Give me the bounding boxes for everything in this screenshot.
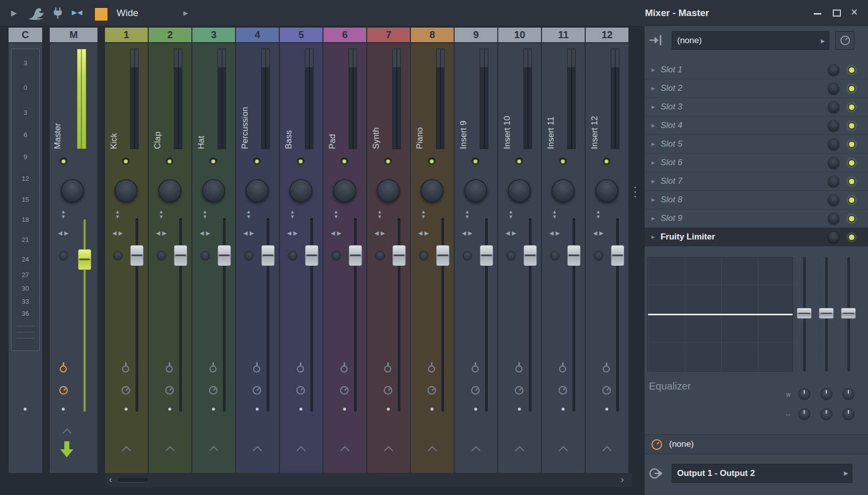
pan-knob[interactable]: [289, 179, 312, 202]
leftright-arrows-icon[interactable]: ◀▶: [196, 230, 214, 236]
updown-arrows-icon[interactable]: ▲▼: [199, 209, 211, 219]
channel-led[interactable]: [428, 158, 436, 165]
channel-name[interactable]: Bass: [284, 52, 294, 149]
plug-icon[interactable]: [472, 365, 479, 373]
channel-strip-6[interactable]: 6 Pad ▲▼ ◀▶: [323, 28, 367, 473]
channel-strip-12[interactable]: 12 Insert 12 ▲▼ ◀▶: [586, 28, 629, 473]
master-channel-strip[interactable]: M Master ▲▼ ◀▶: [50, 28, 97, 473]
channel-led[interactable]: [515, 158, 523, 165]
fader-handle[interactable]: [174, 245, 187, 266]
slot-mix-knob[interactable]: [828, 64, 839, 76]
select-dot[interactable]: [256, 408, 259, 411]
fx-slot-2[interactable]: ▶ Slot 2: [644, 79, 868, 98]
fold-chevron-icon[interactable]: [122, 446, 131, 455]
channel-strip-3[interactable]: 3 Hat ▲▼ ◀▶: [192, 28, 236, 473]
eq-freq-knob-low[interactable]: [798, 388, 810, 400]
leftright-arrows-icon[interactable]: ◀▶: [502, 230, 520, 236]
scale-column-header[interactable]: C: [9, 28, 42, 43]
close-button[interactable]: ×: [851, 6, 857, 19]
channel-strip-11[interactable]: 11 Insert 11 ▲▼ ◀▶: [542, 28, 586, 473]
slot-mix-knob[interactable]: [828, 176, 839, 187]
slot-enable-led[interactable]: [848, 233, 855, 241]
channel-led[interactable]: [209, 158, 217, 165]
scrollbar-thumb[interactable]: [118, 478, 148, 482]
clock-icon[interactable]: [515, 386, 523, 395]
plugin-icon[interactable]: [51, 7, 64, 22]
channel-name[interactable]: Synth: [371, 52, 381, 149]
plugin-delay-button[interactable]: [835, 31, 854, 50]
fx-slot-10[interactable]: ▶ Fruity Limiter: [644, 228, 868, 246]
stereo-knob[interactable]: [113, 251, 123, 261]
channel-name[interactable]: Insert 10: [502, 52, 512, 149]
fader-handle[interactable]: [305, 245, 318, 266]
channel-name[interactable]: Kick: [109, 52, 119, 149]
channel-led[interactable]: [559, 158, 567, 165]
stereo-knob[interactable]: [375, 251, 385, 261]
fader-handle[interactable]: [611, 245, 624, 266]
eq-band-knob-low[interactable]: [798, 408, 810, 420]
eq-freq-knob-mid[interactable]: [820, 388, 832, 400]
clock-icon[interactable]: [602, 386, 611, 395]
channel-name[interactable]: Pad: [328, 52, 338, 149]
channel-led[interactable]: [253, 158, 261, 165]
eq-freq-knob-high[interactable]: [842, 388, 854, 400]
select-dot[interactable]: [430, 408, 433, 411]
fader-handle[interactable]: [78, 249, 91, 270]
layout-selector[interactable]: Wide: [117, 8, 138, 19]
mixer-scrollbar[interactable]: ‹ ›: [105, 473, 632, 487]
updown-arrows-icon[interactable]: ▲▼: [112, 209, 124, 219]
slot-mix-knob[interactable]: [828, 101, 839, 113]
channel-led[interactable]: [60, 158, 67, 165]
stereo-knob[interactable]: [157, 251, 166, 261]
fader-handle[interactable]: [218, 245, 231, 266]
channel-number[interactable]: 10: [498, 28, 541, 43]
channel-name[interactable]: Master: [53, 52, 63, 149]
updown-arrows-icon[interactable]: ▲▼: [505, 209, 517, 219]
fx-slot-4[interactable]: ▶ Slot 4: [644, 116, 868, 135]
fold-chevron-icon[interactable]: [340, 446, 349, 455]
channel-strip-1[interactable]: 1 Kick ▲▼ ◀▶: [105, 28, 149, 473]
stereo-knob[interactable]: [550, 251, 560, 261]
fold-chevron-icon[interactable]: [253, 446, 262, 455]
updown-arrows-icon[interactable]: ▲▼: [549, 209, 561, 219]
updown-arrows-icon[interactable]: ▲▼: [243, 209, 255, 219]
stereo-knob[interactable]: [419, 251, 428, 261]
leftright-arrows-icon[interactable]: ◀▶: [54, 230, 72, 236]
updown-arrows-icon[interactable]: ▲▼: [374, 209, 386, 219]
stereo-knob[interactable]: [463, 251, 472, 261]
plug-icon[interactable]: [384, 365, 391, 373]
pan-knob[interactable]: [115, 179, 138, 202]
channel-led[interactable]: [341, 158, 348, 165]
plug-icon[interactable]: [559, 365, 566, 373]
plug-icon[interactable]: [297, 365, 304, 373]
clock-icon[interactable]: [559, 386, 567, 395]
channel-strip-5[interactable]: 5 Bass ▲▼ ◀▶: [280, 28, 323, 473]
fold-chevron-icon[interactable]: [427, 446, 437, 455]
fx-slot-8[interactable]: ▶ Slot 8: [644, 191, 868, 209]
clock-icon[interactable]: [122, 386, 130, 395]
channel-strip-7[interactable]: 7 Synth ▲▼ ◀▶: [367, 28, 411, 473]
fx-slot-9[interactable]: ▶ Slot 9: [644, 209, 868, 228]
fold-chevron-icon[interactable]: [62, 428, 71, 437]
channel-strip-2[interactable]: 2 Clap ▲▼ ◀▶: [149, 28, 192, 473]
fader-handle[interactable]: [392, 245, 406, 266]
pan-knob[interactable]: [202, 179, 225, 202]
select-dot[interactable]: [299, 408, 302, 411]
slot-enable-led[interactable]: [848, 66, 855, 74]
pan-knob[interactable]: [158, 179, 181, 202]
clock-icon[interactable]: [209, 386, 218, 395]
channel-name[interactable]: Hat: [196, 52, 206, 149]
fold-chevron-icon[interactable]: [384, 446, 393, 455]
slot-enable-led[interactable]: [848, 103, 855, 111]
fx-slot-7[interactable]: ▶ Slot 7: [644, 172, 868, 191]
plug-icon[interactable]: [253, 365, 260, 373]
channel-number[interactable]: M: [50, 28, 97, 43]
slot-enable-led[interactable]: [848, 196, 855, 204]
plugin-picker-icon[interactable]: [648, 33, 664, 49]
updown-arrows-icon[interactable]: ▲▼: [330, 209, 342, 219]
fold-chevron-icon[interactable]: [296, 446, 305, 455]
channel-name[interactable]: Percussion: [240, 52, 250, 149]
fader-handle[interactable]: [130, 245, 144, 266]
fx-slot-5[interactable]: ▶ Slot 5: [644, 135, 868, 154]
channel-led[interactable]: [384, 158, 392, 165]
